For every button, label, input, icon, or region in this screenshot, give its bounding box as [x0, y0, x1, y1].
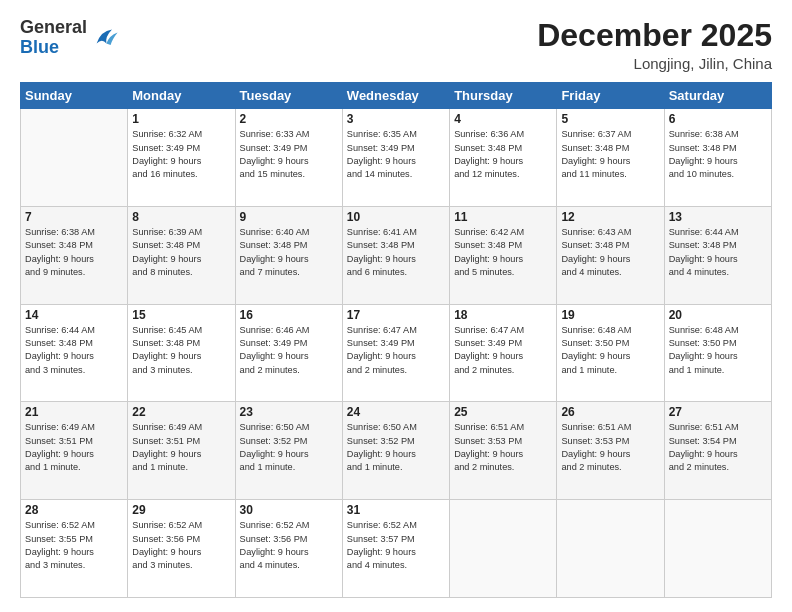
month-title: December 2025: [537, 18, 772, 53]
day-number: 16: [240, 308, 338, 322]
calendar-day-cell: [557, 500, 664, 598]
day-info: Sunrise: 6:32 AM Sunset: 3:49 PM Dayligh…: [132, 128, 230, 181]
calendar-day-cell: [664, 500, 771, 598]
calendar-week-row: 7Sunrise: 6:38 AM Sunset: 3:48 PM Daylig…: [21, 206, 772, 304]
day-info: Sunrise: 6:35 AM Sunset: 3:49 PM Dayligh…: [347, 128, 445, 181]
calendar-day-cell: 25Sunrise: 6:51 AM Sunset: 3:53 PM Dayli…: [450, 402, 557, 500]
calendar-day-cell: 21Sunrise: 6:49 AM Sunset: 3:51 PM Dayli…: [21, 402, 128, 500]
calendar-day-cell: 29Sunrise: 6:52 AM Sunset: 3:56 PM Dayli…: [128, 500, 235, 598]
day-number: 5: [561, 112, 659, 126]
calendar-week-row: 1Sunrise: 6:32 AM Sunset: 3:49 PM Daylig…: [21, 109, 772, 207]
calendar-week-row: 28Sunrise: 6:52 AM Sunset: 3:55 PM Dayli…: [21, 500, 772, 598]
calendar-header-row: SundayMondayTuesdayWednesdayThursdayFrid…: [21, 83, 772, 109]
day-number: 11: [454, 210, 552, 224]
day-of-week-header: Monday: [128, 83, 235, 109]
day-number: 8: [132, 210, 230, 224]
calendar-day-cell: 5Sunrise: 6:37 AM Sunset: 3:48 PM Daylig…: [557, 109, 664, 207]
day-info: Sunrise: 6:47 AM Sunset: 3:49 PM Dayligh…: [347, 324, 445, 377]
calendar-day-cell: 22Sunrise: 6:49 AM Sunset: 3:51 PM Dayli…: [128, 402, 235, 500]
day-info: Sunrise: 6:33 AM Sunset: 3:49 PM Dayligh…: [240, 128, 338, 181]
page: General Blue December 2025 Longjing, Jil…: [0, 0, 792, 612]
day-number: 22: [132, 405, 230, 419]
day-number: 20: [669, 308, 767, 322]
day-number: 30: [240, 503, 338, 517]
calendar-day-cell: 2Sunrise: 6:33 AM Sunset: 3:49 PM Daylig…: [235, 109, 342, 207]
day-info: Sunrise: 6:38 AM Sunset: 3:48 PM Dayligh…: [669, 128, 767, 181]
calendar-week-row: 14Sunrise: 6:44 AM Sunset: 3:48 PM Dayli…: [21, 304, 772, 402]
calendar-day-cell: 20Sunrise: 6:48 AM Sunset: 3:50 PM Dayli…: [664, 304, 771, 402]
day-of-week-header: Thursday: [450, 83, 557, 109]
day-of-week-header: Tuesday: [235, 83, 342, 109]
calendar-day-cell: 24Sunrise: 6:50 AM Sunset: 3:52 PM Dayli…: [342, 402, 449, 500]
calendar-table: SundayMondayTuesdayWednesdayThursdayFrid…: [20, 82, 772, 598]
day-info: Sunrise: 6:50 AM Sunset: 3:52 PM Dayligh…: [347, 421, 445, 474]
day-info: Sunrise: 6:48 AM Sunset: 3:50 PM Dayligh…: [669, 324, 767, 377]
calendar-day-cell: 7Sunrise: 6:38 AM Sunset: 3:48 PM Daylig…: [21, 206, 128, 304]
logo: General Blue: [20, 18, 119, 58]
calendar-day-cell: 17Sunrise: 6:47 AM Sunset: 3:49 PM Dayli…: [342, 304, 449, 402]
logo-text: General Blue: [20, 18, 87, 58]
day-number: 14: [25, 308, 123, 322]
day-info: Sunrise: 6:49 AM Sunset: 3:51 PM Dayligh…: [132, 421, 230, 474]
day-info: Sunrise: 6:51 AM Sunset: 3:54 PM Dayligh…: [669, 421, 767, 474]
calendar-day-cell: [21, 109, 128, 207]
logo-bird-icon: [91, 24, 119, 52]
day-number: 7: [25, 210, 123, 224]
calendar-day-cell: 3Sunrise: 6:35 AM Sunset: 3:49 PM Daylig…: [342, 109, 449, 207]
day-info: Sunrise: 6:41 AM Sunset: 3:48 PM Dayligh…: [347, 226, 445, 279]
calendar-day-cell: 8Sunrise: 6:39 AM Sunset: 3:48 PM Daylig…: [128, 206, 235, 304]
calendar-day-cell: 12Sunrise: 6:43 AM Sunset: 3:48 PM Dayli…: [557, 206, 664, 304]
day-number: 1: [132, 112, 230, 126]
day-info: Sunrise: 6:37 AM Sunset: 3:48 PM Dayligh…: [561, 128, 659, 181]
title-block: December 2025 Longjing, Jilin, China: [537, 18, 772, 72]
day-info: Sunrise: 6:45 AM Sunset: 3:48 PM Dayligh…: [132, 324, 230, 377]
calendar-day-cell: 11Sunrise: 6:42 AM Sunset: 3:48 PM Dayli…: [450, 206, 557, 304]
calendar-day-cell: 10Sunrise: 6:41 AM Sunset: 3:48 PM Dayli…: [342, 206, 449, 304]
day-info: Sunrise: 6:50 AM Sunset: 3:52 PM Dayligh…: [240, 421, 338, 474]
day-number: 15: [132, 308, 230, 322]
calendar-day-cell: 19Sunrise: 6:48 AM Sunset: 3:50 PM Dayli…: [557, 304, 664, 402]
calendar-week-row: 21Sunrise: 6:49 AM Sunset: 3:51 PM Dayli…: [21, 402, 772, 500]
day-of-week-header: Wednesday: [342, 83, 449, 109]
header: General Blue December 2025 Longjing, Jil…: [20, 18, 772, 72]
day-number: 17: [347, 308, 445, 322]
day-info: Sunrise: 6:36 AM Sunset: 3:48 PM Dayligh…: [454, 128, 552, 181]
calendar-day-cell: 26Sunrise: 6:51 AM Sunset: 3:53 PM Dayli…: [557, 402, 664, 500]
day-info: Sunrise: 6:48 AM Sunset: 3:50 PM Dayligh…: [561, 324, 659, 377]
day-info: Sunrise: 6:44 AM Sunset: 3:48 PM Dayligh…: [669, 226, 767, 279]
day-info: Sunrise: 6:46 AM Sunset: 3:49 PM Dayligh…: [240, 324, 338, 377]
day-number: 13: [669, 210, 767, 224]
day-number: 23: [240, 405, 338, 419]
day-number: 4: [454, 112, 552, 126]
day-number: 28: [25, 503, 123, 517]
day-info: Sunrise: 6:52 AM Sunset: 3:57 PM Dayligh…: [347, 519, 445, 572]
logo-general-text: General: [20, 18, 87, 38]
day-info: Sunrise: 6:39 AM Sunset: 3:48 PM Dayligh…: [132, 226, 230, 279]
day-info: Sunrise: 6:49 AM Sunset: 3:51 PM Dayligh…: [25, 421, 123, 474]
day-of-week-header: Sunday: [21, 83, 128, 109]
day-number: 31: [347, 503, 445, 517]
day-number: 9: [240, 210, 338, 224]
calendar-day-cell: 23Sunrise: 6:50 AM Sunset: 3:52 PM Dayli…: [235, 402, 342, 500]
location: Longjing, Jilin, China: [537, 55, 772, 72]
day-number: 29: [132, 503, 230, 517]
day-info: Sunrise: 6:52 AM Sunset: 3:56 PM Dayligh…: [240, 519, 338, 572]
day-of-week-header: Friday: [557, 83, 664, 109]
day-of-week-header: Saturday: [664, 83, 771, 109]
logo-blue-text: Blue: [20, 38, 87, 58]
day-number: 12: [561, 210, 659, 224]
day-info: Sunrise: 6:51 AM Sunset: 3:53 PM Dayligh…: [561, 421, 659, 474]
day-number: 25: [454, 405, 552, 419]
day-info: Sunrise: 6:40 AM Sunset: 3:48 PM Dayligh…: [240, 226, 338, 279]
day-number: 19: [561, 308, 659, 322]
day-info: Sunrise: 6:42 AM Sunset: 3:48 PM Dayligh…: [454, 226, 552, 279]
day-number: 26: [561, 405, 659, 419]
day-number: 10: [347, 210, 445, 224]
calendar-day-cell: 28Sunrise: 6:52 AM Sunset: 3:55 PM Dayli…: [21, 500, 128, 598]
calendar-day-cell: 4Sunrise: 6:36 AM Sunset: 3:48 PM Daylig…: [450, 109, 557, 207]
day-number: 21: [25, 405, 123, 419]
day-number: 6: [669, 112, 767, 126]
day-number: 24: [347, 405, 445, 419]
calendar-day-cell: 18Sunrise: 6:47 AM Sunset: 3:49 PM Dayli…: [450, 304, 557, 402]
day-info: Sunrise: 6:47 AM Sunset: 3:49 PM Dayligh…: [454, 324, 552, 377]
